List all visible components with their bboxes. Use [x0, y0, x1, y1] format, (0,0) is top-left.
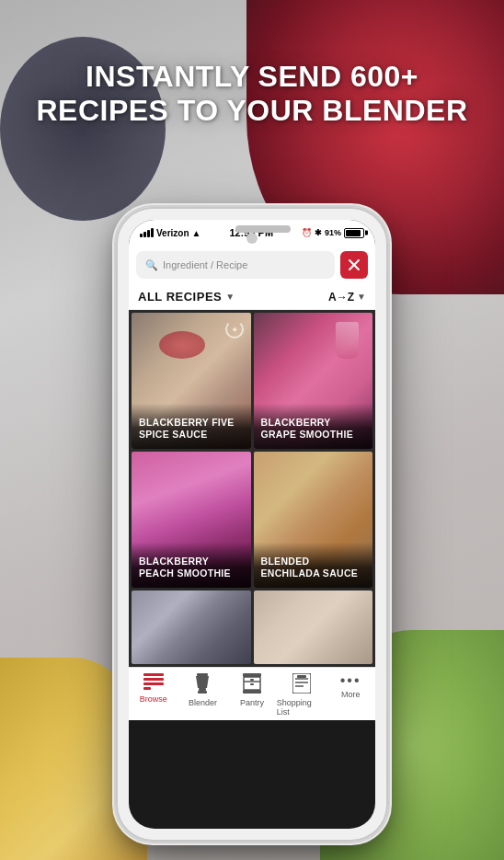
recipe-card-2[interactable]: BLACKBERRYGRAPE SMOOTHIE	[254, 313, 373, 449]
tab-more[interactable]: ••• More	[326, 673, 375, 699]
cancel-icon	[347, 258, 361, 272]
tab-browse-label: Browse	[140, 694, 167, 704]
recipe-grid: BLACKBERRY FIVESPICE SAUCE BLACKBERRYGRA…	[129, 310, 375, 667]
sort-filter[interactable]: A→Z ▼	[328, 291, 366, 304]
tab-shopping-label: Shopping List	[277, 698, 326, 717]
recipe-name-3: BLACKBERRYPEACH SMOOTHIE	[139, 556, 244, 580]
tab-blender-label: Blender	[189, 698, 217, 707]
sort-label: A→Z	[328, 291, 354, 304]
signal-bar-3	[147, 230, 150, 237]
recipe-overlay-1: BLACKBERRY FIVESPICE SAUCE	[132, 398, 251, 449]
signal-bar-1	[140, 234, 143, 237]
svg-rect-13	[243, 690, 261, 694]
svg-rect-4	[197, 673, 208, 676]
svg-marker-5	[196, 676, 209, 688]
hero-title: INSTANTLY SEND 600+ RECIPES TO YOUR BLEN…	[0, 60, 504, 128]
tab-more-label: More	[341, 690, 361, 699]
browse-icon	[143, 673, 164, 693]
svg-rect-18	[297, 675, 306, 678]
recipe-image-6	[254, 591, 373, 664]
recipe-card-4[interactable]: BLENDEDENCHILADA SAUCE	[254, 452, 373, 588]
recipe-card-6[interactable]	[254, 591, 373, 664]
svg-rect-7	[198, 691, 207, 694]
battery-fill	[346, 230, 361, 236]
spinner-icon	[225, 320, 244, 338]
svg-rect-6	[199, 688, 206, 691]
status-left: Verizon ▲	[140, 228, 200, 238]
signal-bars	[140, 228, 154, 237]
recipe-card-5[interactable]	[132, 591, 251, 664]
svg-rect-12	[250, 683, 254, 685]
recipe-card-3[interactable]: BLACKBERRYPEACH SMOOTHIE	[132, 452, 251, 588]
filter-bar: ALL RECIPES ▼ A→Z ▼	[129, 284, 375, 310]
tab-browse[interactable]: Browse	[129, 673, 178, 704]
hero-section: INSTANTLY SEND 600+ RECIPES TO YOUR BLEN…	[0, 60, 504, 128]
tab-pantry-label: Pantry	[240, 698, 264, 707]
category-chevron: ▼	[225, 292, 235, 302]
recipe-overlay-2: BLACKBERRYGRAPE SMOOTHIE	[254, 398, 373, 449]
phone-body: Verizon ▲ 12:53 PM ⏰ ✱ 91% 🔍 Ingredien	[116, 207, 388, 842]
search-icon: 🔍	[145, 259, 158, 271]
tab-shopping[interactable]: Shopping List	[277, 673, 326, 717]
tab-blender[interactable]: Blender	[178, 673, 228, 707]
blender-icon	[194, 673, 211, 696]
search-box[interactable]: 🔍 Ingredient / Recipe	[136, 251, 335, 279]
category-label: ALL RECIPES	[138, 290, 222, 304]
wifi-icon: ▲	[192, 228, 201, 238]
recipe-overlay-3: BLACKBERRYPEACH SMOOTHIE	[132, 537, 251, 588]
search-placeholder: Ingredient / Recipe	[163, 259, 247, 270]
search-area: 🔍 Ingredient / Recipe	[129, 246, 375, 284]
phone-screen: Verizon ▲ 12:53 PM ⏰ ✱ 91% 🔍 Ingredien	[129, 220, 375, 829]
cancel-button[interactable]	[340, 251, 368, 279]
status-right: ⏰ ✱ 91%	[302, 228, 364, 238]
signal-bar-2	[143, 232, 146, 237]
sort-chevron: ▼	[357, 292, 366, 302]
signal-bar-4	[151, 228, 154, 237]
svg-rect-3	[143, 687, 151, 690]
more-icon: •••	[340, 673, 361, 688]
pantry-icon	[243, 673, 261, 696]
recipe-image-5	[132, 591, 251, 664]
tab-pantry[interactable]: Pantry	[227, 673, 277, 707]
recipe-overlay-4: BLENDEDENCHILADA SAUCE	[254, 537, 373, 588]
status-bar: Verizon ▲ 12:53 PM ⏰ ✱ 91%	[129, 220, 375, 246]
recipe-card-1[interactable]: BLACKBERRY FIVESPICE SAUCE	[132, 313, 251, 449]
phone-speaker	[235, 225, 291, 233]
spinner-badge	[225, 320, 244, 338]
recipe-name-4: BLENDEDENCHILADA SAUCE	[261, 556, 366, 580]
carrier-name: Verizon	[156, 228, 189, 238]
alarm-icon: ⏰	[302, 228, 312, 237]
phone-mockup: Verizon ▲ 12:53 PM ⏰ ✱ 91% 🔍 Ingredien	[116, 207, 388, 842]
svg-rect-1	[143, 678, 164, 681]
tab-bar: Browse Blender	[129, 667, 375, 720]
bluetooth-icon: ✱	[315, 228, 322, 237]
svg-rect-11	[250, 679, 254, 681]
battery-icon	[344, 228, 364, 238]
shopping-icon	[292, 673, 311, 696]
recipe-name-1: BLACKBERRY FIVESPICE SAUCE	[139, 417, 244, 441]
category-filter[interactable]: ALL RECIPES ▼	[138, 290, 235, 304]
svg-rect-0	[143, 673, 164, 676]
recipe-name-2: BLACKBERRYGRAPE SMOOTHIE	[261, 417, 366, 441]
battery-pct: 91%	[325, 228, 341, 237]
svg-rect-2	[143, 682, 164, 685]
